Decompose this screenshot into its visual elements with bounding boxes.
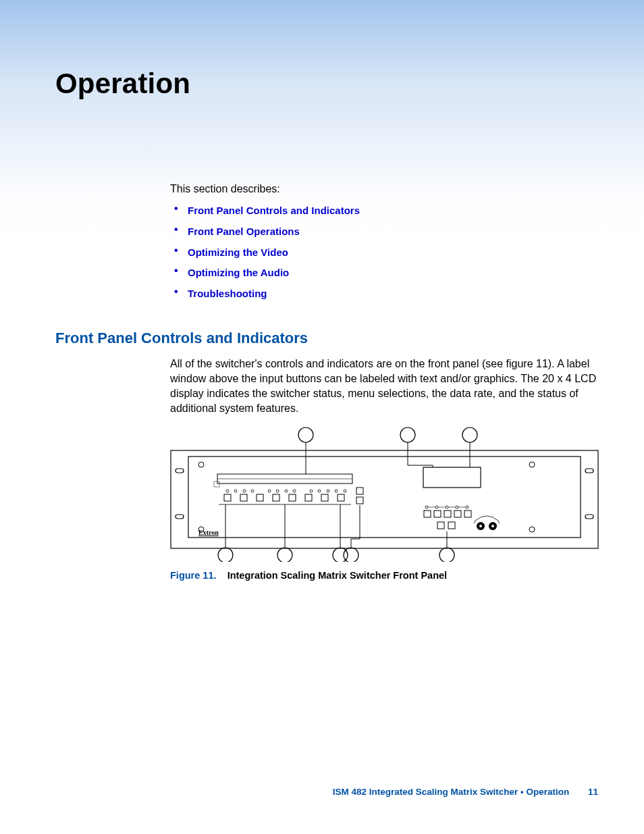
svg-rect-14 xyxy=(176,469,184,473)
svg-point-0 xyxy=(298,427,313,442)
svg-rect-37 xyxy=(273,494,279,501)
svg-point-72 xyxy=(439,548,454,562)
page-footer: ISM 482 Integrated Scaling Matrix Switch… xyxy=(333,787,598,797)
figure-title: Integration Scaling Matrix Switcher Fron… xyxy=(227,570,448,581)
svg-rect-44 xyxy=(356,497,363,504)
front-panel-diagram: Extron xyxy=(170,427,599,562)
svg-rect-40 xyxy=(321,494,328,501)
toc-link-front-panel-controls[interactable]: Front Panel Controls and Indicators xyxy=(170,203,599,218)
svg-point-48 xyxy=(435,506,438,509)
svg-point-29 xyxy=(318,490,321,492)
svg-rect-39 xyxy=(305,494,312,501)
toc-links: Front Panel Controls and Indicators Fron… xyxy=(170,203,599,301)
svg-rect-43 xyxy=(356,488,363,494)
svg-rect-15 xyxy=(176,515,184,519)
svg-point-23 xyxy=(251,490,254,492)
svg-point-20 xyxy=(226,490,229,492)
svg-line-67 xyxy=(498,521,500,523)
svg-point-25 xyxy=(276,490,279,492)
page-title: Operation xyxy=(55,68,599,100)
svg-point-63 xyxy=(479,525,482,527)
svg-point-68 xyxy=(218,548,233,562)
svg-rect-16 xyxy=(585,469,593,473)
svg-point-32 xyxy=(344,490,346,492)
svg-rect-41 xyxy=(338,494,344,501)
svg-rect-60 xyxy=(437,522,444,529)
subsection-body: All of the switcher's controls and indic… xyxy=(170,357,599,416)
intro-text: This section describes: xyxy=(170,181,599,197)
svg-point-26 xyxy=(285,490,288,492)
svg-rect-45 xyxy=(423,467,481,488)
figure-number: Figure 11. xyxy=(170,570,217,581)
content-area: Operation This section describes: Front … xyxy=(55,68,599,581)
svg-rect-38 xyxy=(289,494,296,501)
toc-link-front-panel-operations[interactable]: Front Panel Operations xyxy=(170,224,599,239)
svg-point-13 xyxy=(529,527,535,532)
footer-text: ISM 482 Integrated Scaling Matrix Switch… xyxy=(333,787,570,797)
figure: Extron xyxy=(170,427,599,562)
svg-point-30 xyxy=(327,490,329,492)
svg-rect-59 xyxy=(464,511,471,517)
svg-rect-55 xyxy=(424,511,431,517)
svg-point-54 xyxy=(466,506,468,509)
svg-point-50 xyxy=(446,506,448,509)
svg-point-1 xyxy=(400,427,415,442)
brand-label: Extron xyxy=(198,529,219,536)
svg-point-12 xyxy=(529,462,535,467)
svg-point-2 xyxy=(462,427,477,442)
svg-rect-56 xyxy=(434,511,441,517)
svg-rect-33 xyxy=(224,494,231,501)
page-number: 11 xyxy=(588,787,598,797)
toc-link-troubleshooting[interactable]: Troubleshooting xyxy=(170,286,599,301)
svg-point-31 xyxy=(335,490,338,492)
subsection-heading: Front Panel Controls and Indicators xyxy=(55,330,599,347)
svg-rect-17 xyxy=(585,515,593,519)
intro-block: This section describes: Front Panel Cont… xyxy=(170,181,599,301)
svg-point-52 xyxy=(456,506,458,509)
svg-rect-61 xyxy=(448,522,455,529)
svg-rect-35 xyxy=(240,494,247,501)
toc-link-optimizing-video[interactable]: Optimizing the Video xyxy=(170,245,599,260)
svg-rect-57 xyxy=(444,511,451,517)
svg-point-28 xyxy=(310,490,313,492)
figure-caption: Figure 11. Integration Scaling Matrix Sw… xyxy=(170,570,599,581)
svg-rect-8 xyxy=(171,450,598,548)
svg-point-27 xyxy=(293,490,296,492)
svg-point-69 xyxy=(277,548,292,562)
toc-link-optimizing-audio[interactable]: Optimizing the Audio xyxy=(170,265,599,280)
svg-point-65 xyxy=(491,525,494,527)
svg-rect-36 xyxy=(257,494,263,501)
svg-point-21 xyxy=(234,490,237,492)
svg-point-24 xyxy=(268,490,271,492)
svg-line-66 xyxy=(474,521,475,523)
document-page: Operation This section describes: Front … xyxy=(0,0,644,834)
svg-point-22 xyxy=(243,490,246,492)
svg-point-10 xyxy=(198,462,204,467)
svg-rect-58 xyxy=(454,511,461,517)
svg-point-46 xyxy=(425,506,428,509)
